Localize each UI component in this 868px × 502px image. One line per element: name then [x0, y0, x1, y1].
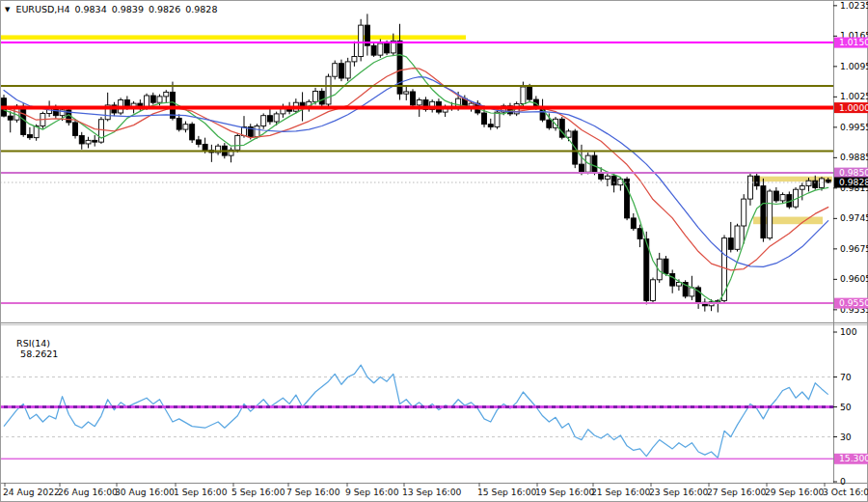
candle-bearish: [176, 118, 181, 129]
time-tick-label: 7 Sep 16:00: [286, 487, 340, 497]
candle-bearish: [670, 274, 675, 287]
candle-bullish: [352, 57, 357, 62]
rsi-tick-label: 70: [840, 372, 852, 382]
price-badge-label: 0.9828: [839, 177, 868, 187]
candle-bearish: [761, 186, 766, 238]
candle-bearish: [339, 64, 343, 78]
rsi-value: 58.2621: [20, 349, 58, 359]
pane-backgrounds: [0, 0, 868, 502]
candle-bearish: [371, 45, 376, 55]
candle-bearish: [203, 144, 207, 150]
candle-bullish: [333, 64, 338, 77]
candle-bullish: [722, 238, 727, 301]
price-tick-label: 0.9885: [840, 152, 868, 162]
candle-bearish: [170, 92, 175, 118]
candle-bullish: [274, 114, 279, 122]
price-tick-label: 1.0025: [840, 91, 868, 101]
zone-rectangle: [1, 35, 466, 40]
candle-bearish: [773, 191, 778, 201]
candle-bullish: [747, 176, 752, 199]
price-badge-label: 1.0000: [839, 102, 868, 113]
price-badge-label: 0.9550: [839, 297, 868, 308]
candle-bearish: [93, 140, 97, 142]
candle-bearish: [482, 113, 487, 125]
candle-bearish: [73, 123, 78, 135]
candle-bearish: [728, 238, 733, 250]
time-tick-label: 1 Sep 16:00: [174, 487, 228, 497]
candle-bearish: [592, 155, 597, 173]
candle-bearish: [27, 135, 32, 138]
candle-bearish: [267, 116, 272, 122]
candle-bullish: [313, 92, 318, 102]
candle-bearish: [319, 92, 324, 105]
candle-bearish: [664, 259, 668, 273]
candle-bullish: [605, 176, 610, 179]
candle-bearish: [150, 96, 155, 102]
candle-bullish: [768, 191, 773, 238]
candle-bearish: [385, 43, 390, 53]
candle-bullish: [345, 62, 350, 78]
candle-bullish: [261, 116, 266, 126]
candle-bearish: [813, 181, 818, 187]
price-tick-label: 0.9745: [840, 212, 868, 223]
ohlc-low: 0.9826: [149, 4, 180, 14]
price-tick-label: 0.9675: [840, 243, 868, 254]
time-tick-label: 13 Sep 16:00: [402, 487, 461, 497]
candle-bullish: [255, 126, 259, 137]
candle-bullish: [378, 43, 383, 55]
candle-bullish: [86, 140, 91, 144]
time-tick-label: 3 Oct 16:00: [823, 487, 868, 497]
ohlc-close: 0.9828: [185, 4, 217, 14]
candle-bearish: [190, 125, 195, 140]
candle-bearish: [611, 176, 616, 184]
candle-bullish: [521, 87, 526, 104]
candle-bullish: [417, 100, 421, 105]
rsi-tick-label: 50: [840, 402, 852, 412]
candle-bearish: [410, 92, 415, 105]
rsi-name: RSI(14): [16, 338, 50, 349]
candle-bullish: [651, 280, 656, 301]
rsi-indicator-label: RSI(14) 58.2621: [5, 327, 58, 370]
time-tick-label: 23 Sep 16:00: [649, 487, 708, 497]
ohlc-open: 0.9834: [74, 4, 106, 14]
candle-bearish: [637, 229, 642, 239]
candle-bearish: [754, 176, 759, 185]
time-tick-label: 29 Sep 16:00: [765, 487, 824, 497]
candle-bullish: [742, 199, 746, 226]
time-tick-label: 19 Sep 16:00: [535, 487, 594, 497]
symbol-ohlc-header: ▼ EURUSD,H4 0.9834 0.9839 0.9826 0.9828: [5, 4, 217, 14]
candle-bullish: [359, 25, 364, 56]
candle-bullish: [235, 135, 240, 150]
time-tick-label: 24 Aug 2022: [3, 487, 60, 497]
candle-bullish: [164, 92, 169, 97]
time-tick-label: 21 Sep 16:00: [591, 487, 650, 497]
symbol-timeframe-label: EURUSD,H4: [15, 4, 69, 14]
candle-bullish: [326, 76, 331, 104]
candle-bullish: [183, 125, 188, 129]
rsi-tick-label: 100: [840, 326, 857, 337]
price-tick-label: 1.0235: [840, 0, 868, 11]
time-tick-label: 9 Sep 16:00: [345, 487, 399, 497]
time-tick-label: 27 Sep 16:00: [707, 487, 766, 497]
candle-bearish: [488, 125, 493, 127]
time-tick-label: 26 Aug 16:00: [58, 487, 118, 497]
candle-bullish: [806, 181, 811, 185]
time-tick-label: 15 Sep 16:00: [477, 487, 536, 497]
price-badge-label: 15.3000: [839, 453, 868, 463]
rsi-tick-label: 0: [840, 476, 846, 487]
candle-bullish: [800, 186, 804, 190]
candle-bearish: [79, 135, 84, 144]
candle-bullish: [819, 179, 824, 187]
price-tick-label: 0.9605: [840, 273, 868, 284]
candle-bullish: [495, 112, 500, 126]
candle-bullish: [157, 97, 162, 102]
time-tick-label: 30 Aug 16:00: [115, 487, 175, 497]
candle-bearish: [528, 87, 532, 99]
price-chart-canvas[interactable]: 1.02351.01651.00951.00250.99550.98850.98…: [0, 0, 868, 502]
price-badge-label: 1.0150: [839, 37, 868, 47]
time-tick-label: 5 Sep 16:00: [231, 487, 285, 497]
candle-bearish: [8, 116, 13, 120]
price-tick-label: 0.9955: [840, 122, 868, 132]
candle-bearish: [547, 120, 552, 127]
chart-menu-arrow-icon[interactable]: ▼: [5, 6, 10, 14]
